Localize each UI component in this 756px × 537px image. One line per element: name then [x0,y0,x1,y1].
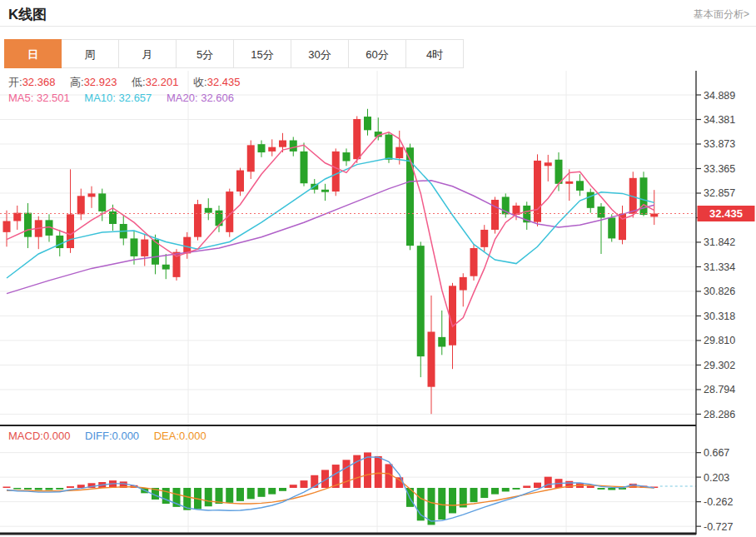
macd-bar[interactable] [598,488,605,490]
candle[interactable] [236,171,244,192]
candle[interactable] [183,237,191,254]
dea-line [7,473,654,505]
macd-bar[interactable] [375,456,382,488]
period-tab-day[interactable]: 日 [4,39,62,68]
candle[interactable] [24,213,32,237]
candle[interactable] [480,230,488,247]
candle[interactable] [88,193,96,196]
candle[interactable] [67,214,74,248]
candle[interactable] [470,248,478,276]
candle[interactable] [576,181,584,191]
candle[interactable] [343,152,351,161]
macd-bar[interactable] [46,488,53,490]
candle[interactable] [438,337,445,347]
candle[interactable] [205,208,212,213]
axis-tick-label: 30.318 [704,311,735,322]
current-price-badge-label: 32.435 [709,207,743,220]
axis-labels: 34.88934.38133.87333.36532.85732.34931.8… [696,90,735,533]
macd-bar[interactable] [470,488,478,502]
macd-bar[interactable] [587,485,594,488]
candle[interactable] [353,119,361,159]
period-tab-15min[interactable]: 15分 [234,39,291,68]
candle[interactable] [417,246,425,356]
candle[interactable] [216,211,223,226]
candle[interactable] [98,193,106,211]
macd-bar[interactable] [502,488,510,491]
macd-bar[interactable] [608,488,615,490]
candle[interactable] [131,238,138,256]
macd-bar[interactable] [268,488,276,495]
candle[interactable] [141,240,148,256]
macd-bar[interactable] [35,488,42,490]
candle[interactable] [77,196,85,214]
candle[interactable] [194,204,201,236]
macd-bar[interactable] [24,488,32,490]
candle[interactable] [290,141,297,152]
candle[interactable] [460,277,467,291]
macd-bar[interactable] [290,485,297,488]
macd-bar[interactable] [523,485,530,488]
macd-bar[interactable] [491,488,499,495]
macd-bar[interactable] [67,486,74,488]
period-tab-week[interactable]: 周 [62,39,119,68]
candle[interactable] [162,265,170,270]
candle[interactable] [279,141,286,147]
axis-tick-label: 33.365 [704,163,735,175]
macd-bar[interactable] [449,488,456,513]
candle[interactable] [13,213,21,221]
candle[interactable] [534,161,541,222]
candle[interactable] [565,181,573,184]
period-tab-60min[interactable]: 60分 [349,39,406,68]
candle[interactable] [608,217,615,238]
candle[interactable] [3,221,11,232]
macd-bar[interactable] [236,488,244,501]
macd-bar[interactable] [343,460,351,488]
macd-bar[interactable] [279,488,286,491]
macd-bar[interactable] [3,487,11,489]
macd-bar[interactable] [385,464,393,488]
axis-tick-label: 32.857 [704,187,735,199]
macd-bar[interactable] [534,483,541,488]
candle[interactable] [395,147,403,158]
macd-bar[interactable] [205,488,212,506]
macd-readout: MACD:0.000 [8,430,70,442]
candle[interactable] [428,331,435,386]
macd-bar[interactable] [13,488,21,490]
candle[interactable] [301,152,308,183]
macd-bar[interactable] [56,488,63,490]
candle[interactable] [258,144,266,152]
ohlc-open: 开:32.368 [8,76,55,88]
candle[interactable] [545,162,552,166]
candle[interactable] [321,190,329,192]
candle[interactable] [247,145,255,172]
axis-tick-label: 31.334 [704,261,735,273]
axis-tick-label: 34.381 [704,114,735,126]
period-tab-5min[interactable]: 5分 [177,39,234,68]
candle[interactable] [491,200,499,230]
ma20-readout: MA20: 32.606 [167,92,234,104]
macd-bar[interactable] [480,488,488,498]
kline-page: K线图 基本面分析> 日 周 月 5分 15分 30分 60分 4时 开:32.… [0,0,756,537]
macd-bar[interactable] [162,488,170,504]
candles [3,109,659,414]
candle[interactable] [268,147,276,152]
ohlc-legend: 开:32.368 高:32.923 低:32.201 收:32.435 [8,75,251,90]
macd-bar[interactable] [301,480,308,488]
candle[interactable] [385,135,393,160]
candle[interactable] [364,117,371,130]
period-tab-month[interactable]: 月 [119,39,177,68]
candle[interactable] [406,147,414,246]
macd-bar[interactable] [226,488,233,503]
period-tab-4hour[interactable]: 4时 [406,39,464,68]
macd-bar[interactable] [247,488,255,499]
candle[interactable] [56,236,63,248]
candle[interactable] [598,206,605,217]
axis-tick-label: -0.262 [704,496,733,508]
candle[interactable] [332,152,340,191]
macd-bar[interactable] [513,488,520,490]
candle[interactable] [587,192,594,208]
macd-bar[interactable] [258,488,266,497]
axis-tick-label: 28.794 [704,384,735,395]
current-price-badge: 32.435 [698,206,755,221]
period-tab-30min[interactable]: 30分 [291,39,349,68]
